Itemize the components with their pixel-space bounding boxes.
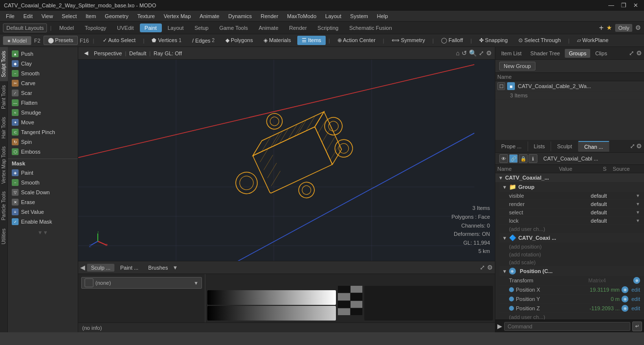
prop-lock[interactable]: lock default ▼ [499, 217, 644, 225]
layout-tab-uvedit[interactable]: UVEdit [112, 23, 138, 32]
menu-render[interactable]: Render [257, 12, 282, 20]
tool-smooth-mask[interactable]: ~ Smooth [8, 178, 78, 187]
new-group-button[interactable]: New Group [499, 62, 535, 70]
prop-pos-z-edit[interactable]: edit [631, 305, 640, 311]
layout-tab-setup[interactable]: Setup [190, 23, 214, 32]
materials-button[interactable]: ◈ Materials [259, 36, 295, 45]
command-arrow[interactable]: ▶ [497, 322, 502, 330]
falloff-button[interactable]: ◯ Falloff [437, 36, 467, 45]
prop-visible[interactable]: visible default ▼ [499, 192, 644, 200]
viewport-settings-icon[interactable]: ⚙ [486, 49, 492, 57]
viewport-rotate-icon[interactable]: ↺ [462, 49, 467, 57]
prop-select-arrow[interactable]: ▼ [636, 210, 640, 215]
menu-maxtomodo[interactable]: MaxToModo [283, 12, 320, 20]
tool-erase[interactable]: ✕ Erase [8, 197, 78, 207]
chan-tab-lists[interactable]: Lists [528, 141, 552, 151]
layout-tab-paint[interactable]: Paint [140, 23, 162, 32]
side-tab-hair[interactable]: Hair Tools [0, 113, 8, 142]
menu-texture[interactable]: Texture [133, 12, 159, 20]
menu-edit[interactable]: Edit [20, 12, 37, 20]
command-input[interactable] [504, 322, 630, 331]
viewport-nav-prev[interactable]: ◀ [81, 49, 91, 57]
group-header[interactable]: ▼ 📁 Group [499, 182, 644, 192]
prop-icon-lock[interactable]: 🔒 [519, 154, 528, 163]
items-button[interactable]: ☰ Items [297, 36, 326, 45]
prop-render[interactable]: render default ▼ [499, 200, 644, 208]
viewport-search-icon[interactable]: 🔍 [469, 49, 477, 57]
menu-item[interactable]: Item [82, 12, 100, 20]
tool-scar[interactable]: ∕ Scar [8, 88, 78, 98]
tool-enable-mask[interactable]: ✓ Enable Mask [8, 217, 78, 227]
presets-button[interactable]: ⬤ Presets [44, 36, 78, 45]
layout-tab-layout[interactable]: Layout [163, 23, 189, 32]
command-enter-button[interactable]: ↵ [632, 322, 642, 331]
prop-lock-arrow[interactable]: ▼ [636, 218, 640, 223]
prop-add-user-pos[interactable]: (add user ch...) [499, 313, 644, 320]
tab-shader-tree[interactable]: Shader Tree [527, 49, 564, 58]
bt-brushes-arrow[interactable]: ▾ [174, 264, 177, 271]
position-header[interactable]: ▼ ⊕ Position (C... [499, 266, 644, 276]
bottom-tab-brushes[interactable]: Brushes [144, 264, 172, 272]
prop-pos-y[interactable]: Position Y 0 m ⊕ edit [499, 295, 644, 304]
menu-system[interactable]: System [346, 12, 372, 20]
auto-select-button[interactable]: ✓ Auto Select [98, 36, 140, 45]
tool-paint[interactable]: ◈ Paint [8, 168, 78, 178]
chan-tab-properties[interactable]: Prope ... [495, 141, 528, 151]
side-tab-paint[interactable]: Paint Tools [0, 81, 8, 113]
snapping-button[interactable]: ✤ Snapping [475, 36, 512, 45]
layout-tab-scripting[interactable]: Scripting [312, 23, 343, 32]
viewport[interactable]: X Y Z 3 Items Polygons : Face Channels: … [78, 60, 495, 261]
prop-pos-z[interactable]: Position Z -119.2093 ... ⊕ edit [499, 304, 644, 313]
prop-render-arrow[interactable]: ▼ [636, 202, 640, 207]
catv-header[interactable]: ▼ 🔷 CATV_Coaxi ... [499, 233, 644, 243]
viewport-raygl[interactable]: Ray GL: Off [154, 50, 182, 56]
layout-tab-model[interactable]: Model [54, 23, 79, 32]
root-header[interactable]: ▼ CATV_Coaxial_... [495, 173, 644, 182]
tool-push[interactable]: ▲ Push [8, 49, 78, 59]
viewport-default[interactable]: Default [129, 50, 146, 56]
tool-move[interactable]: ✦ Move [8, 117, 78, 127]
tool-set-value[interactable]: ≡ Set Value [8, 207, 78, 217]
menu-layout[interactable]: Layout [321, 12, 345, 20]
tool-emboss[interactable]: ⬡ Emboss [8, 147, 78, 157]
layout-tab-animate[interactable]: Animate [254, 23, 283, 32]
layout-tab-gametools[interactable]: Game Tools [214, 23, 253, 32]
chan-expand-icon[interactable]: ⤢ [630, 142, 635, 150]
viewport-expand-icon[interactable]: ⤢ [479, 49, 484, 57]
menu-select[interactable]: Select [58, 12, 81, 20]
prop-add-position[interactable]: (add position) [499, 243, 644, 251]
vertices-button[interactable]: ⬟ Vertices 1 [147, 36, 186, 45]
viewport-perspective[interactable]: Perspective [94, 50, 122, 56]
action-center-button[interactable]: ⊕ Action Center [333, 36, 380, 45]
tool-carve[interactable]: ✂ Carve [8, 78, 78, 88]
tool-spin[interactable]: ↻ Spin [8, 137, 78, 147]
preset-dropdown[interactable]: (none) ▼ [81, 277, 202, 289]
tool-smudge[interactable]: ≈ Smudge [8, 108, 78, 117]
bottom-tab-sculpt[interactable]: Sculp ... [87, 264, 114, 272]
prop-pos-x[interactable]: Position X 19.3119 mm ⊕ edit [499, 285, 644, 295]
symmetry-button[interactable]: ⟺ Symmetry [387, 36, 430, 45]
close-button[interactable]: ✕ [631, 2, 640, 9]
layout-settings-icon[interactable]: ⚙ [635, 24, 641, 31]
menu-file[interactable]: File [2, 12, 19, 20]
expand-viewport-icon[interactable]: ⤢ [480, 264, 485, 271]
layout-dropdown[interactable]: Default Layouts [3, 23, 47, 32]
tool-flatten[interactable]: — Flatten [8, 98, 78, 108]
bottom-settings-icon[interactable]: ⚙ [487, 264, 493, 271]
add-layout-button[interactable]: + [599, 23, 603, 32]
side-tab-particle[interactable]: Particle Tools [0, 187, 8, 224]
tab-clips[interactable]: Clips [591, 49, 611, 58]
chan-settings-icon[interactable]: ⚙ [636, 142, 642, 150]
bottom-tab-paint[interactable]: Paint ... [116, 264, 142, 272]
menu-view[interactable]: View [38, 12, 57, 20]
layout-tab-schematic[interactable]: Schematic Fusion [344, 23, 397, 32]
layout-tab-render[interactable]: Render [284, 23, 311, 32]
panel-expand-icon[interactable]: ⤢ [629, 49, 634, 57]
side-tab-vertex[interactable]: Vertex Map Tools [0, 142, 8, 188]
tab-groups[interactable]: Groups [565, 49, 590, 58]
expand-button[interactable]: ▼▼ [38, 230, 48, 235]
chan-tab-channels[interactable]: Chan ... [578, 141, 610, 152]
tool-tangent-pinch[interactable]: ⊂ Tangent Pinch [8, 127, 78, 137]
panel-settings-icon[interactable]: ⚙ [636, 49, 642, 57]
side-tab-utilities[interactable]: Utilities [0, 225, 8, 248]
